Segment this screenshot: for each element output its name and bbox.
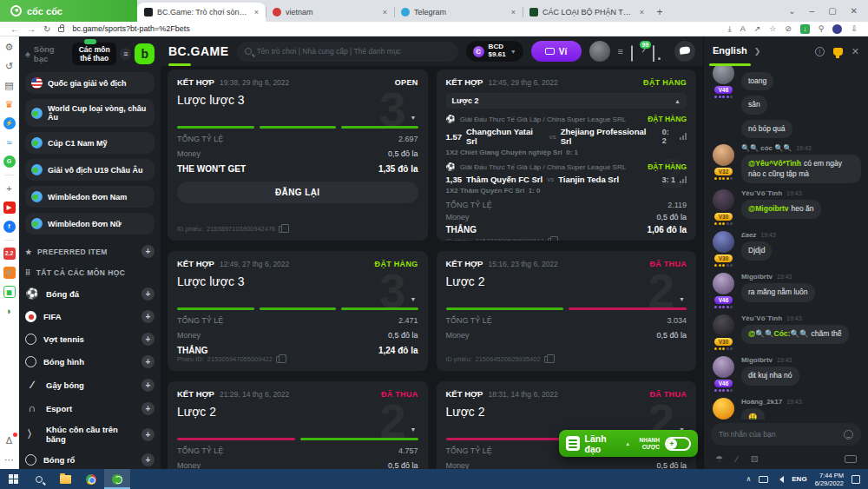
avatar[interactable] (713, 273, 734, 294)
rain-tip-icon[interactable]: ☂ (715, 454, 723, 464)
sidebar-item-championship[interactable]: Giải vô địch U19 Châu Âu (25, 159, 155, 181)
leaderboard-quickbet-bar[interactable]: Lãnh đạo ▲ NHANH CƯỢC + (559, 430, 698, 457)
avatar[interactable] (713, 398, 734, 420)
expand-button[interactable]: + (141, 402, 155, 415)
adblock-icon[interactable]: ⊘ (785, 24, 792, 33)
expand-caret-icon[interactable]: ▼ (411, 115, 417, 121)
tab-telegram[interactable]: Telegram × (394, 3, 523, 22)
expand-caret-icon[interactable]: ▼ (679, 296, 685, 302)
sidebar-item-basketball[interactable]: Bóng rổ+ (25, 453, 155, 466)
match-row[interactable]: ⚽Giải Đấu Thực Tế Giả Lập / China Super … (446, 115, 687, 156)
sheet-icon[interactable]: ▦ (3, 286, 16, 298)
bookmark-star-icon[interactable]: ☆ (769, 24, 776, 33)
expand-button[interactable]: + (141, 333, 155, 346)
copy-icon[interactable] (548, 238, 554, 241)
search-input[interactable] (257, 47, 450, 56)
mention[interactable]: @🔍🔍Cóc:🔍🔍 (748, 329, 809, 338)
avatar[interactable] (713, 66, 734, 84)
expand-button[interactable]: + (141, 428, 155, 441)
avatar[interactable] (713, 189, 734, 211)
calendar-red-icon[interactable]: 2.2 (3, 248, 16, 260)
history-icon[interactable]: ↺ (3, 60, 16, 72)
bet-card[interactable]: KẾT HỢP 21:29, 14 thg 6, 2022 ĐÃ THUA Lư… (168, 381, 428, 469)
tab-sports-article[interactable]: CÁC LOẠI BỘ PHẬN THỂ THA × (523, 3, 651, 22)
games-icon[interactable]: G (3, 155, 16, 168)
facebook-icon[interactable]: f (3, 221, 16, 233)
mention[interactable]: @Yêu^Vô*Tình (748, 159, 801, 168)
copy-icon[interactable] (276, 356, 282, 363)
tab-close-icon[interactable]: × (254, 8, 259, 17)
translate-icon[interactable]: A (740, 24, 746, 33)
notifications-bell-icon[interactable]: Δ (3, 434, 16, 446)
crown-icon[interactable]: ♛ (3, 98, 16, 110)
avatar[interactable] (713, 356, 734, 378)
copy-icon[interactable] (544, 356, 550, 363)
coccoc-app[interactable] (104, 469, 130, 489)
game-search[interactable] (237, 42, 458, 62)
bet-card[interactable]: KẾT HỢP 12:49, 27 thg 6, 2022 ĐẶT HÀNG L… (168, 251, 428, 371)
close-window-icon[interactable]: ✕ (851, 6, 858, 16)
add-shortcut-icon[interactable]: + (3, 182, 16, 195)
chat-language-tab[interactable]: English (713, 45, 747, 58)
chevron-right-icon[interactable]: ❯ (754, 47, 761, 56)
tab-close-icon[interactable]: × (511, 8, 516, 17)
back-icon[interactable]: ← (10, 24, 19, 34)
forward-icon[interactable]: → (27, 24, 36, 34)
minimize-icon[interactable]: – (810, 6, 815, 16)
share-icon[interactable]: ↗ (754, 24, 761, 33)
expand-button[interactable]: + (141, 287, 155, 301)
volume-icon[interactable] (776, 476, 784, 483)
url-text[interactable]: bc.game/sports?bt-path=%2Fbets (72, 24, 189, 33)
settings-gear-icon[interactable]: ⚙ (3, 41, 16, 53)
download-extension-icon[interactable]: ↓ (800, 24, 810, 34)
currency-selector[interactable]: C BCD $9.61 ▼ (466, 41, 523, 62)
match-row[interactable]: ⚽Giải Đấu Thực Tế Giả Lập / China Super … (446, 162, 687, 195)
collapse-caret-icon[interactable]: ▲ (674, 98, 681, 104)
wallet-button[interactable]: Ví (531, 41, 582, 62)
feed-icon[interactable]: ≈ (3, 136, 16, 149)
add-preferred-button[interactable]: + (141, 245, 155, 258)
extensions-icon[interactable]: ⚲ (819, 24, 825, 33)
sidebar-item-esport[interactable]: ∩Esport+ (25, 401, 155, 415)
cart-icon[interactable]: 🛒 (3, 267, 16, 279)
tab-vietnam[interactable]: vietnam × (266, 3, 394, 22)
chat-message-input[interactable] (719, 430, 844, 439)
hamburger-icon[interactable]: ≡ (120, 48, 131, 60)
youtube-icon[interactable]: ▶ (3, 202, 16, 214)
chat-close-icon[interactable]: ✕ (852, 46, 859, 57)
chat-input-pill[interactable] (711, 423, 861, 446)
keyboard-icon[interactable] (845, 455, 857, 463)
avatar[interactable] (713, 144, 734, 166)
taskbar-clock[interactable]: 7:44 PM 6/29/2022 (815, 472, 844, 487)
user-avatar[interactable] (589, 41, 610, 62)
file-explorer[interactable] (52, 469, 78, 489)
trophy-icon[interactable] (833, 48, 843, 56)
tab-close-icon[interactable]: × (383, 8, 387, 17)
tab-close-icon[interactable]: × (640, 8, 644, 17)
bell-button[interactable] (653, 46, 667, 57)
maximize-icon[interactable]: ▢ (828, 6, 836, 16)
rebet-button[interactable]: ĐĂNG LẠI (177, 182, 418, 203)
sidebar-item-championship[interactable]: Wimbledon Đơn Nam (25, 186, 155, 208)
profile-avatar[interactable] (832, 24, 842, 34)
reload-icon[interactable]: ↻ (43, 24, 50, 34)
sidebar-item-championship[interactable]: Cúp C1 Nam Mỹ (25, 132, 155, 154)
tab-bcgame[interactable]: BC.Game: Trò chơi sòng bạc × (137, 3, 266, 22)
network-icon[interactable] (759, 476, 768, 483)
sidebar-item-fifa[interactable]: FIFA+ (25, 310, 155, 323)
copy-icon[interactable] (279, 226, 285, 233)
bcgame-logo[interactable]: BC.GAME (168, 44, 229, 58)
expand-caret-icon[interactable]: ▼ (411, 426, 417, 433)
legs-summary-strip[interactable]: Lược 2 ▲ (446, 93, 687, 109)
expand-caret-icon[interactable]: ▼ (411, 296, 417, 302)
chat-toggle-icon[interactable] (674, 41, 695, 62)
downloads-tray-icon[interactable]: ⇩ (851, 24, 858, 33)
commands-icon[interactable]: ∕ (736, 454, 738, 464)
sidebar-item-baseball[interactable]: ∕Gậy bóng+ (25, 378, 155, 392)
tray-expand-icon[interactable]: ∧ (746, 475, 751, 483)
mention[interactable]: @Migoibrtv (748, 204, 789, 213)
bet-card[interactable]: KẾT HỢP 12:45, 29 thg 6, 2022 ĐẶT HÀNG L… (437, 69, 697, 241)
sidebar-item-icehockey[interactable]: 〉Khúc côn cầu trên băng+ (25, 425, 155, 444)
tab-sports[interactable]: Các môn thể thao (72, 43, 116, 65)
chrome-app[interactable] (78, 469, 104, 489)
